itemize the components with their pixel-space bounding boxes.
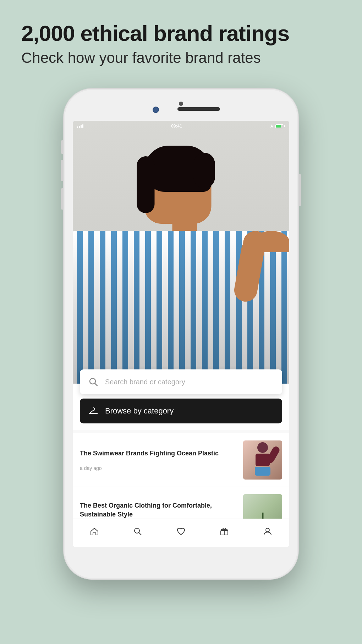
thumb-figure xyxy=(252,442,273,478)
model-hair-right xyxy=(194,153,215,188)
article-card-1[interactable]: The Swimwear Brands Fighting Ocean Plast… xyxy=(73,433,289,487)
signal-bars xyxy=(77,124,83,128)
nav-profile[interactable] xyxy=(263,526,273,536)
status-left xyxy=(77,124,83,128)
search-nav-icon xyxy=(133,526,143,536)
header-section: 2,000 ethical brand ratings Check how yo… xyxy=(21,21,341,67)
front-camera xyxy=(153,107,159,113)
search-container[interactable]: Search brand or category xyxy=(73,369,289,394)
status-bar: 09:41 xyxy=(73,121,289,131)
status-right xyxy=(270,124,285,128)
heart-icon xyxy=(176,526,186,536)
model-figure xyxy=(73,135,289,384)
search-icon xyxy=(87,375,100,388)
thumb-head xyxy=(257,442,268,453)
mute-button xyxy=(61,140,63,154)
model-hand xyxy=(243,231,268,256)
bottom-navigation xyxy=(73,519,289,547)
browse-button[interactable]: Browse by category xyxy=(80,399,282,423)
svg-line-2 xyxy=(95,383,97,386)
battery-fill xyxy=(276,125,281,128)
header-subtitle: Check how your favorite brand rates xyxy=(21,49,341,67)
nav-heart[interactable] xyxy=(176,526,186,536)
search-svg xyxy=(89,377,98,386)
volume-up-button xyxy=(61,160,63,181)
phone-shell: 09:41 xyxy=(64,89,298,579)
speaker xyxy=(177,107,220,111)
signal-bar-3 xyxy=(81,125,82,128)
battery-body xyxy=(275,124,283,128)
article-text-1: The Swimwear Brands Fighting Ocean Plast… xyxy=(80,449,238,471)
browse-button-container[interactable]: Browse by category xyxy=(73,399,289,423)
gift-icon xyxy=(219,526,229,536)
battery-tip xyxy=(284,125,285,127)
battery-indicator xyxy=(275,124,285,128)
svg-marker-0 xyxy=(270,124,273,128)
svg-line-5 xyxy=(139,532,142,535)
model-hair-left xyxy=(137,156,155,213)
thumbnail-swimwear xyxy=(243,440,282,480)
header-title: 2,000 ethical brand ratings xyxy=(21,21,341,45)
article-thumbnail-1 xyxy=(243,440,282,480)
signal-bar-1 xyxy=(77,126,78,128)
camera-dot xyxy=(179,102,183,106)
signal-bar-4 xyxy=(82,124,83,128)
home-icon xyxy=(89,526,99,536)
hanger-svg xyxy=(88,406,99,416)
browse-label: Browse by category xyxy=(105,406,174,416)
phone-screen: 09:41 xyxy=(73,121,289,547)
signal-bar-2 xyxy=(79,126,80,128)
content-area: The Swimwear Brands Fighting Ocean Plast… xyxy=(73,430,289,547)
article-title-2: The Best Organic Clothing for Comfortabl… xyxy=(80,501,238,519)
nav-home[interactable] xyxy=(89,526,99,536)
location-icon xyxy=(270,124,274,128)
volume-down-button xyxy=(61,188,63,210)
hanger-icon xyxy=(87,405,100,417)
nav-gift[interactable] xyxy=(219,526,229,536)
status-time: 09:41 xyxy=(171,124,182,129)
nav-search[interactable] xyxy=(133,526,143,536)
search-placeholder: Search brand or category xyxy=(105,378,185,386)
svg-point-9 xyxy=(266,528,269,532)
phone-mockup: 09:41 xyxy=(64,89,298,579)
thumb-bottom xyxy=(255,467,270,476)
model-head-area xyxy=(144,146,212,224)
hero-image xyxy=(73,121,289,384)
power-button xyxy=(299,174,301,206)
article-time-1: a day ago xyxy=(80,465,238,471)
profile-icon xyxy=(263,526,273,536)
article-title-1: The Swimwear Brands Fighting Ocean Plast… xyxy=(80,449,238,458)
search-bar[interactable]: Search brand or category xyxy=(80,369,282,394)
